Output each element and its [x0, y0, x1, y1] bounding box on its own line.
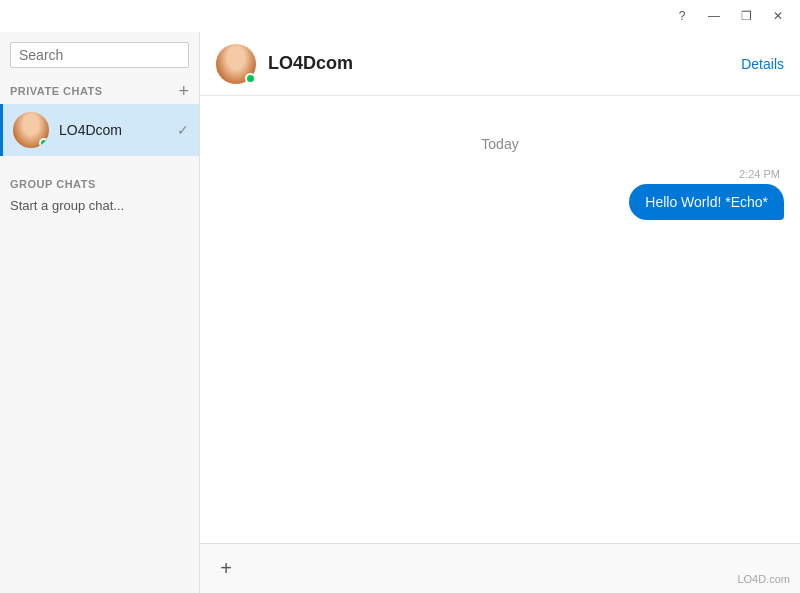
minimize-button[interactable]: —	[700, 2, 728, 30]
group-chats-section-header: GROUP CHATS	[0, 172, 199, 194]
private-chats-section-header: PRIVATE CHATS +	[0, 76, 199, 104]
header-avatar	[216, 44, 256, 84]
header-online-indicator	[245, 73, 256, 84]
close-button[interactable]: ✕	[764, 2, 792, 30]
message-group: 2:24 PM Hello World! *Echo*	[216, 168, 784, 220]
search-box	[10, 42, 189, 68]
input-area: +	[200, 543, 800, 593]
messages-area: Today 2:24 PM Hello World! *Echo*	[200, 96, 800, 543]
add-attachment-button[interactable]: +	[212, 555, 240, 583]
watermark-text: LO4D.com	[737, 573, 790, 585]
read-check-icon: ✓	[177, 122, 189, 138]
start-group-chat-link[interactable]: Start a group chat...	[0, 194, 199, 217]
message-input[interactable]	[240, 561, 788, 577]
private-chats-label: PRIVATE CHATS	[10, 85, 103, 97]
app-body: PRIVATE CHATS + LO4Dcom ✓ GROUP CHATS St…	[0, 32, 800, 593]
sidebar: PRIVATE CHATS + LO4Dcom ✓ GROUP CHATS St…	[0, 32, 200, 593]
message-time: 2:24 PM	[216, 168, 784, 180]
online-indicator	[39, 138, 49, 148]
details-link[interactable]: Details	[741, 56, 784, 72]
chat-header: LO4Dcom Details	[200, 32, 800, 96]
title-bar: ? — ❐ ✕	[0, 0, 800, 32]
watermark: LO4D.com	[737, 573, 790, 585]
search-input[interactable]	[19, 47, 180, 63]
chat-area: LO4Dcom Details Today 2:24 PM Hello Worl…	[200, 32, 800, 593]
add-private-chat-button[interactable]: +	[178, 82, 189, 100]
maximize-button[interactable]: ❐	[732, 2, 760, 30]
help-button[interactable]: ?	[668, 2, 696, 30]
message-bubble: Hello World! *Echo*	[629, 184, 784, 220]
date-divider: Today	[216, 136, 784, 152]
chat-contact-name: LO4Dcom	[268, 53, 741, 74]
avatar	[13, 112, 49, 148]
chat-item-lo4dcom[interactable]: LO4Dcom ✓	[0, 104, 199, 156]
group-chats-section: GROUP CHATS Start a group chat...	[0, 172, 199, 217]
group-chats-label: GROUP CHATS	[10, 178, 96, 190]
chat-item-name: LO4Dcom	[59, 122, 177, 138]
